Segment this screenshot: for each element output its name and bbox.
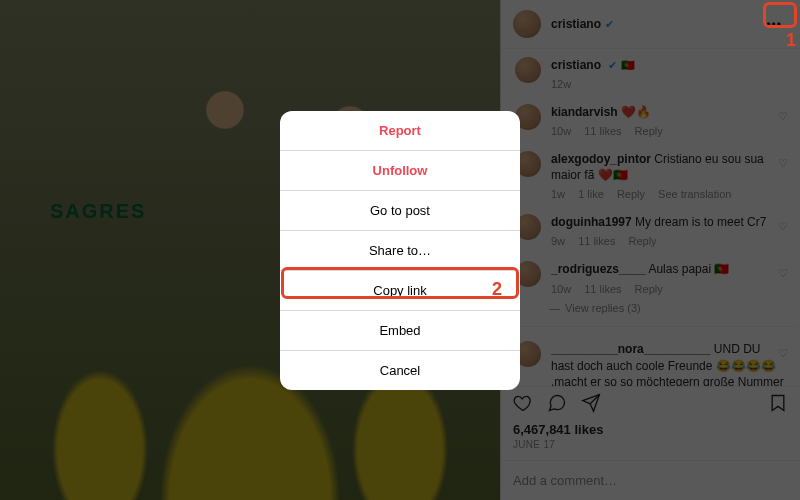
- menu-copy-link-label: Copy link: [373, 283, 426, 298]
- menu-copy-link[interactable]: Copy link 2: [280, 271, 520, 311]
- app-root: SAGRES cristiano ✔ ••• cristiano ✔ 🇵🇹 12…: [0, 0, 800, 500]
- menu-unfollow[interactable]: Unfollow: [280, 151, 520, 191]
- menu-share-to[interactable]: Share to…: [280, 231, 520, 271]
- options-menu: Report Unfollow Go to post Share to… Cop…: [280, 111, 520, 390]
- menu-cancel[interactable]: Cancel: [280, 351, 520, 390]
- modal-overlay[interactable]: Report Unfollow Go to post Share to… Cop…: [0, 0, 800, 500]
- menu-report[interactable]: Report: [280, 111, 520, 151]
- annotation-number-2: 2: [492, 279, 502, 300]
- menu-go-to-post[interactable]: Go to post: [280, 191, 520, 231]
- annotation-number-1: 1: [786, 30, 796, 51]
- menu-embed[interactable]: Embed: [280, 311, 520, 351]
